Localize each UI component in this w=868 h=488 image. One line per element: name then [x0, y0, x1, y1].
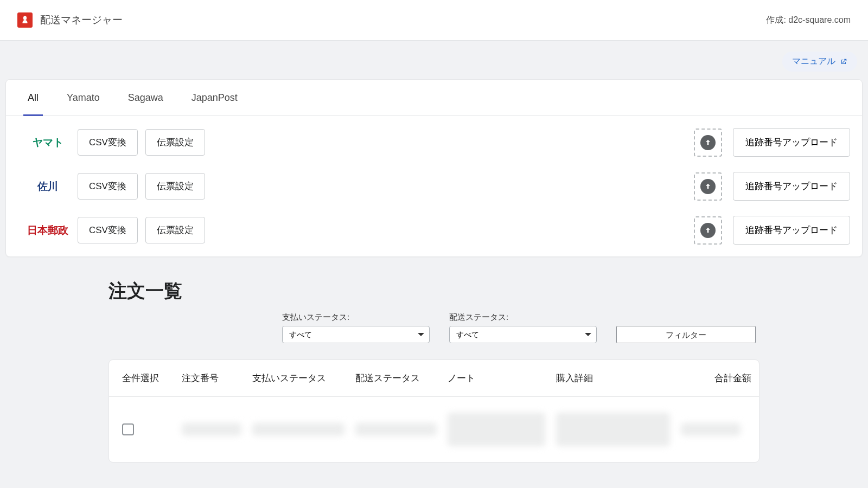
topbar: 配送マネージャー 作成: d2c-square.com — [0, 0, 868, 41]
app-title: 配送マネージャー — [40, 13, 123, 27]
tab-all[interactable]: All — [23, 80, 43, 116]
carrier-name: 佐川 — [18, 179, 78, 194]
tracking-upload-button[interactable]: 追跡番号アップロード — [733, 128, 850, 157]
th-pay-status: 支払いステータス — [252, 372, 355, 384]
tabs-row: AllYamatoSagawaJapanPost — [6, 80, 862, 116]
csv-convert-button[interactable]: CSV変換 — [78, 217, 138, 243]
th-purchase: 購入詳細 — [556, 372, 681, 384]
filter-shipping-select[interactable]: すべて — [449, 326, 597, 343]
th-select-all: 全件選択 — [122, 372, 182, 384]
orders-title: 注文一覧 — [108, 279, 760, 304]
carrier-list: ヤマトCSV変換伝票設定追跡番号アップロード佐川CSV変換伝票設定追跡番号アップ… — [6, 116, 862, 256]
th-ship-status: 配送ステータス — [355, 372, 448, 384]
upload-drop-target[interactable] — [694, 129, 722, 157]
upload-arrow-icon — [704, 226, 712, 235]
th-note: ノート — [448, 372, 556, 384]
upload-drop-target[interactable] — [694, 216, 722, 245]
tracking-upload-button[interactable]: 追跡番号アップロード — [733, 172, 850, 201]
tab-sagawa[interactable]: Sagawa — [124, 80, 168, 116]
orders-table-head: 全件選択 注文番号 支払いステータス 配送ステータス ノート 購入詳細 合計金額 — [109, 360, 759, 397]
external-link-icon — [840, 58, 847, 66]
filter-payment-label: 支払いステータス: — [282, 312, 430, 323]
carrier-row: ヤマトCSV変換伝票設定追跡番号アップロード — [12, 120, 856, 164]
csv-convert-button[interactable]: CSV変換 — [78, 129, 138, 156]
carrier-name: 日本郵政 — [18, 223, 78, 237]
slip-settings-button[interactable]: 伝票設定 — [145, 217, 205, 243]
upload-drop-target[interactable] — [694, 172, 722, 201]
upload-arrow-icon — [704, 182, 712, 191]
author-label: 作成: d2c-square.com — [766, 15, 851, 26]
carrier-name: ヤマト — [18, 136, 78, 150]
tracking-upload-button[interactable]: 追跡番号アップロード — [733, 216, 850, 245]
th-total: 合計金額 — [681, 372, 751, 384]
carrier-row: 日本郵政CSV変換伝票設定追跡番号アップロード — [12, 208, 856, 252]
upload-arrow-icon — [704, 138, 712, 147]
th-order-no: 注文番号 — [182, 372, 252, 384]
row-checkbox[interactable] — [122, 423, 134, 435]
app-logo-icon — [17, 12, 33, 28]
carriers-card: AllYamatoSagawaJapanPost ヤマトCSV変換伝票設定追跡番… — [5, 79, 863, 257]
filter-shipping-label: 配送ステータス: — [449, 312, 597, 323]
slip-settings-button[interactable]: 伝票設定 — [145, 173, 205, 200]
carrier-row: 佐川CSV変換伝票設定追跡番号アップロード — [12, 164, 856, 208]
csv-convert-button[interactable]: CSV変換 — [78, 173, 138, 200]
slip-settings-button[interactable]: 伝票設定 — [145, 129, 205, 156]
table-row — [109, 397, 759, 462]
tab-yamato[interactable]: Yamato — [62, 80, 104, 116]
filter-button[interactable]: フィルター — [616, 326, 756, 343]
manual-button[interactable]: マニュアル — [782, 52, 857, 72]
filter-payment-select[interactable]: すべて — [282, 326, 430, 343]
orders-table: 全件選択 注文番号 支払いステータス 配送ステータス ノート 購入詳細 合計金額 — [108, 359, 760, 463]
tab-japanpost[interactable]: JapanPost — [187, 80, 242, 116]
